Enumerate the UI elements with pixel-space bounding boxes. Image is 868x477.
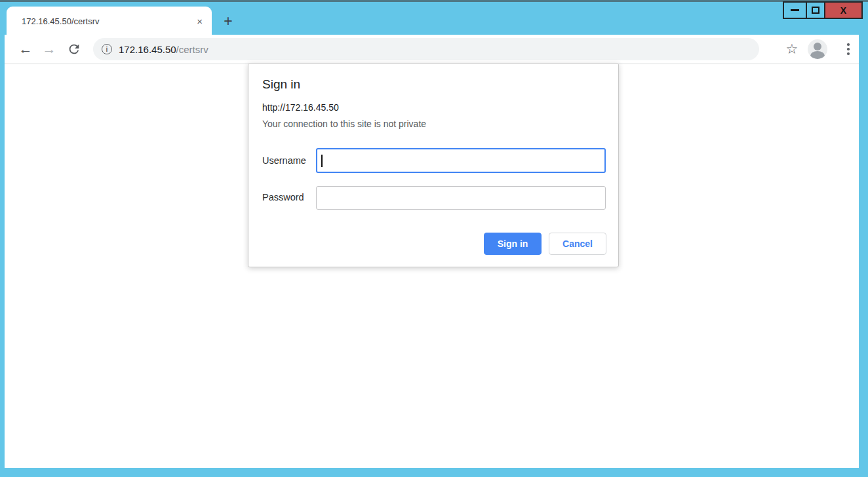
dialog-origin-url: http://172.16.45.50 [262,102,339,113]
tab-close-icon[interactable]: × [197,16,203,26]
browser-menu-icon[interactable] [840,35,857,64]
url-host: 172.16.45.50 [119,44,176,55]
minimize-icon [791,9,799,11]
sign-in-button[interactable]: Sign in [484,233,542,255]
dialog-warning-text: Your connection to this site is not priv… [262,119,426,129]
username-label: Username [262,155,306,166]
reload-icon[interactable] [66,42,82,56]
password-field[interactable] [316,186,606,210]
window-top-edge [0,0,868,2]
new-tab-button[interactable]: + [219,12,237,30]
signin-dialog: Sign in http://172.16.45.50 Your connect… [248,63,619,267]
close-window-button[interactable]: X [824,1,863,19]
dialog-title: Sign in [262,77,300,92]
url-text: 172.16.45.50/certsrv [119,44,208,55]
text-cursor [321,155,323,167]
profile-avatar-icon[interactable] [808,39,827,59]
cancel-button[interactable]: Cancel [549,233,606,255]
window-controls: X [783,1,863,19]
forward-button: → [41,35,58,64]
browser-window: { "browser": { "tab": { "title": "172.16… [0,0,868,477]
url-path: /certsrv [176,44,208,55]
url-bar[interactable]: i 172.16.45.50/certsrv [93,38,759,60]
maximize-icon [812,7,819,14]
username-field[interactable] [316,148,606,173]
password-label: Password [262,192,304,202]
close-window-icon: X [840,6,846,15]
back-button[interactable]: ← [17,35,34,64]
maximize-button[interactable] [806,1,825,19]
info-icon[interactable]: i [102,44,112,54]
tab-title: 172.16.45.50/certsrv [22,16,197,26]
browser-tab[interactable]: 172.16.45.50/certsrv × [7,7,212,35]
toolbar: ← → i 172.16.45.50/certsrv ☆ [5,35,859,64]
bookmark-star-icon[interactable]: ☆ [783,35,800,64]
minimize-button[interactable] [783,1,807,19]
